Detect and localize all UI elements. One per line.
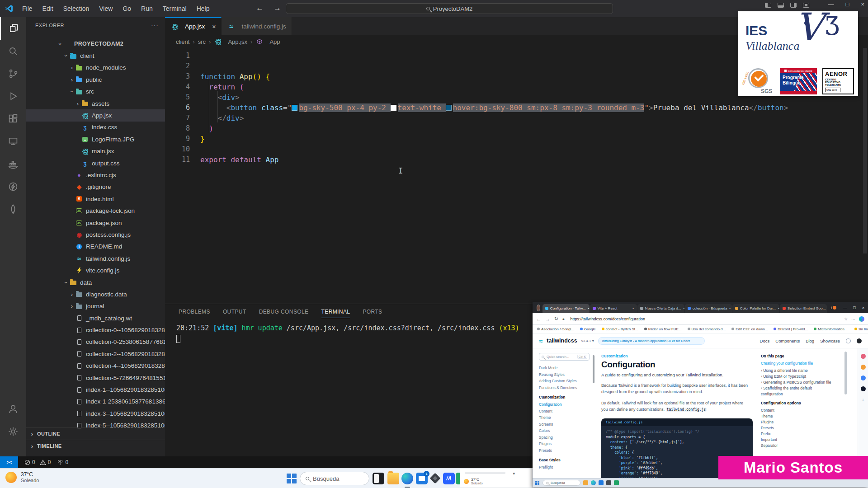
sidebar-link[interactable]: Reusing Styles (539, 371, 596, 378)
menu-run[interactable]: Run (136, 5, 158, 12)
tree-item[interactable]: ›PROYECTODAM2 (26, 38, 165, 50)
bookmark-item[interactable]: Uso del comando d... (688, 327, 726, 331)
extensions-icon[interactable] (0, 108, 26, 130)
rail-add-icon[interactable]: + (862, 397, 864, 403)
bookmark-item[interactable]: Google (580, 327, 596, 331)
toc-link[interactable]: Presets (761, 425, 833, 431)
tree-item[interactable]: ›◆.gitignore (26, 181, 165, 193)
page-scrollbar[interactable] (844, 352, 847, 394)
nav-back-icon[interactable]: ← (256, 4, 264, 13)
bookmark-item[interactable]: Iniciar un flow FUE... (644, 327, 682, 331)
tree-item[interactable]: ›●.eslintrc.cjs (26, 169, 165, 181)
tree-item[interactable]: ›collection-4--10568290183285... (26, 360, 165, 372)
toggle-panel-icon[interactable] (778, 3, 784, 8)
sidebar-link[interactable]: Preflight (539, 464, 596, 471)
tab-close-icon[interactable]: × (729, 306, 731, 310)
toc-link[interactable]: › Generating a PostCSS configuration fil… (761, 380, 833, 385)
favorite-star-icon[interactable]: ☆ (844, 317, 848, 321)
tree-item[interactable]: ›App.jsx (26, 109, 165, 121)
tab-close-icon[interactable]: × (212, 23, 216, 30)
tree-item[interactable]: ›iREADME.md (26, 241, 165, 253)
breadcrumb-item[interactable]: client (176, 38, 189, 45)
site-nav-components[interactable]: Components (775, 338, 800, 343)
tree-item[interactable]: ›src (26, 86, 165, 98)
menu-help[interactable]: Help (192, 5, 215, 12)
tree-item[interactable]: ›JSpackage.json (26, 217, 165, 229)
browser-minimize-icon[interactable]: — (843, 305, 847, 310)
tab-close-icon[interactable]: × (632, 306, 634, 310)
more-icon[interactable]: ··· (851, 317, 855, 321)
toc-link[interactable]: Prefix (761, 431, 833, 437)
explorer-more-actions-icon[interactable]: ··· (151, 22, 159, 29)
panel-tab-problems[interactable]: PROBLEMS (179, 309, 210, 318)
sidebar-link[interactable]: Spacing (539, 434, 596, 441)
site-nav-blog[interactable]: Blog (806, 338, 814, 343)
tree-item[interactable]: ›ʒindex.css (26, 122, 165, 133)
tree-item[interactable]: ›node_modules (26, 62, 165, 74)
panel-tab-debug-console[interactable]: DEBUG CONSOLE (259, 309, 309, 318)
edge-browser-icon[interactable] (401, 473, 413, 484)
window-close-icon[interactable]: × (861, 1, 864, 8)
tree-item[interactable]: ›index-1--105682901832851069... (26, 384, 165, 395)
tree-item[interactable]: ›assets (26, 98, 165, 109)
toc-link[interactable]: Plugins (761, 419, 833, 425)
sidebar-link[interactable]: Adding Custom Styles (539, 378, 596, 385)
menu-view[interactable]: View (94, 5, 118, 12)
bookmark-item[interactable]: sin línea (854, 327, 868, 331)
tree-item[interactable]: ›5index.html (26, 193, 165, 205)
account-icon[interactable] (0, 398, 26, 420)
address-bar[interactable]: https://tailwindcss.com/docs/configurati… (570, 317, 840, 321)
command-center-search[interactable]: ProyectoDAM2 (286, 3, 613, 14)
editor-scrollbar[interactable] (863, 48, 867, 253)
window-maximize-icon[interactable]: □ (846, 1, 849, 8)
browser-tab[interactable]: Vite + React× (590, 304, 637, 313)
thunder-icon[interactable] (0, 175, 26, 198)
docker-icon[interactable] (0, 153, 26, 175)
tree-item[interactable]: ›journal (26, 300, 165, 312)
tree-item[interactable]: ›main.jsx (26, 145, 165, 157)
files-icon[interactable] (0, 17, 26, 40)
browser-close-icon[interactable]: × (862, 305, 864, 310)
broadcast-status[interactable]: 0 (57, 459, 68, 465)
tab-app.jsx[interactable]: App.jsx× (165, 17, 222, 35)
diamond-app-icon[interactable] (429, 473, 441, 484)
file-explorer-icon[interactable] (387, 473, 399, 484)
toc-link[interactable]: › Scaffolding the entire default configu… (761, 385, 833, 397)
browser-tab[interactable]: Configuration - Tailw...× (542, 304, 590, 313)
sidebar-link[interactable]: Screens (539, 421, 596, 428)
sidebar-link[interactable]: Functions & Directives (539, 385, 596, 391)
tree-item[interactable]: ›diagnostic.data (26, 288, 165, 300)
tree-item[interactable]: ›public (26, 74, 165, 85)
tree-item[interactable]: ›index-1-2538061587768138672... (26, 396, 165, 408)
tab-close-icon[interactable]: × (778, 306, 779, 310)
mongodb-compass-app-icon[interactable]: /A (443, 473, 455, 484)
toc-link[interactable]: › Using ESM or TypeScript (761, 374, 833, 380)
remote-indicator[interactable]: >< (0, 456, 18, 468)
section-timeline[interactable]: ›TIMELINE (26, 440, 165, 452)
sidebar-link[interactable]: Dark Mode (539, 365, 596, 371)
menu-edit[interactable]: Edit (38, 5, 58, 12)
taskbar-flyout-popup[interactable]: ▾ 37°C Soleado (460, 468, 533, 488)
browser-maximize-icon[interactable]: □ (853, 305, 855, 310)
bookmark-item[interactable]: Discord | Pro-Vid... (774, 327, 808, 331)
sidebar-link[interactable]: Theme (539, 414, 596, 421)
toc-link[interactable]: Separator (761, 443, 833, 449)
breadcrumb-item[interactable]: App.jsx (228, 38, 247, 45)
toggle-sidebar-icon[interactable] (765, 3, 771, 8)
browser-tab[interactable]: Selection Embed Goo...× (780, 304, 827, 313)
tree-item[interactable]: ›client (26, 50, 165, 61)
sidebar-link[interactable]: Presets (539, 447, 596, 454)
window-minimize-icon[interactable]: — (828, 1, 834, 8)
bookmark-item[interactable]: Microinformática ... (814, 327, 849, 331)
toc-link[interactable]: › Using a different file name (761, 368, 833, 374)
start-button[interactable] (287, 474, 297, 483)
menu-go[interactable]: Go (118, 5, 136, 12)
tree-item[interactable]: ›▴LogoFirma.JPG (26, 133, 165, 145)
tree-item[interactable]: ›collection-2--10568290183285... (26, 348, 165, 360)
toc-link[interactable]: Content (761, 408, 833, 413)
weather-widget[interactable]: 37°C Soleado (5, 471, 39, 483)
panel-tab-ports[interactable]: PORTS (363, 309, 382, 318)
tree-item[interactable]: ›_mdb_catalog.wt (26, 312, 165, 324)
toc-link[interactable]: Important (761, 437, 833, 443)
panel-tab-output[interactable]: OUTPUT (223, 309, 246, 318)
